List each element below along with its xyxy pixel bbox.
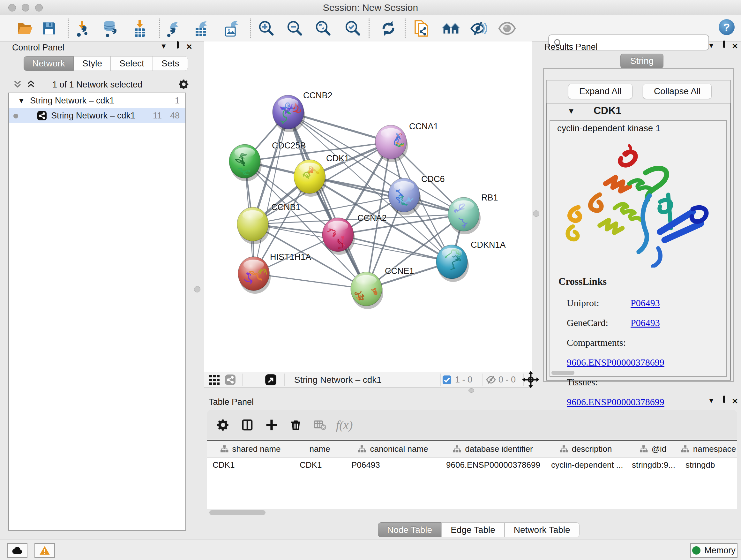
crosslink-row: Compartments:9606.ENSP00000378699 [567, 333, 726, 372]
crosslink-value[interactable]: P06493 [630, 298, 660, 308]
network-edge[interactable] [254, 273, 366, 289]
table-cell[interactable]: 9606.ENSP00000378699 [441, 457, 545, 472]
import-network-icon[interactable] [73, 19, 91, 38]
network-node-CDC6[interactable] [388, 178, 421, 215]
network-node-HIST1H1A[interactable] [238, 257, 271, 294]
panel-collapse-icon[interactable]: ▼ [158, 42, 169, 52]
tab-network-table[interactable]: Network Table [504, 522, 580, 537]
help-icon[interactable]: ? [718, 18, 736, 37]
import-table-icon[interactable] [131, 19, 149, 38]
table-cell[interactable]: cyclin-dependent ... [545, 457, 626, 472]
horizontal-scrollbar-thumb[interactable] [551, 371, 575, 375]
export-network-icon[interactable] [165, 19, 183, 38]
column-header-canonical-name[interactable]: canonical name [346, 441, 441, 457]
network-collection-row[interactable]: ▼ String Network – cdk1 1 [9, 93, 185, 108]
column-header-id[interactable]: @id [626, 441, 680, 457]
network-node-CDKN1A[interactable] [436, 245, 473, 282]
show-columns-icon[interactable] [240, 418, 255, 432]
collapse-all-button[interactable]: Collapse All [643, 84, 712, 99]
warning-status-button[interactable] [35, 543, 55, 558]
vertical-splitter-handle[interactable] [533, 210, 539, 217]
network-node-CCNA2[interactable] [322, 218, 355, 255]
column-header-namespace[interactable]: namespace [680, 441, 737, 457]
delete-table-icon[interactable] [313, 418, 327, 432]
zoom-selected-icon[interactable] [344, 19, 362, 38]
panel-close-icon[interactable]: × [730, 396, 740, 406]
network-edge[interactable] [254, 112, 288, 273]
string-network-graph[interactable]: CCNB2CCNA1CDC25BCDK1CDC6RB1CCNB1CCNA2CDK… [204, 42, 532, 372]
hide-panel-eye-icon[interactable] [469, 19, 488, 38]
zoom-fit-icon[interactable] [314, 19, 333, 38]
tab-string[interactable]: String [620, 54, 664, 68]
pan-move-icon[interactable] [522, 370, 540, 389]
tab-network[interactable]: Network [23, 56, 74, 71]
network-node-CDK1[interactable] [294, 160, 327, 197]
network-node-RB1[interactable] [448, 197, 481, 234]
network-options-gear-icon[interactable] [178, 78, 190, 90]
vertical-splitter-handle[interactable] [194, 286, 200, 293]
collection-expand-icon[interactable]: ▼ [18, 93, 25, 108]
network-node-CDC25B[interactable] [229, 144, 262, 181]
save-session-icon[interactable] [40, 19, 58, 38]
protein-collapse-icon[interactable]: ▼ [567, 107, 575, 116]
function-builder-icon[interactable]: f(x) [337, 418, 352, 432]
network-row[interactable]: String Network – cdk1 11 48 [9, 108, 185, 123]
export-table-icon[interactable] [193, 19, 211, 38]
show-panel-eye-icon[interactable] [498, 19, 516, 38]
crosslink-value[interactable]: P06493 [630, 317, 660, 328]
tab-select[interactable]: Select [111, 56, 153, 71]
crosslink-label: GeneCard: [567, 313, 630, 333]
tab-sets[interactable]: Sets [153, 56, 188, 71]
crosslink-value[interactable]: 9606.ENSP00000378699 [567, 357, 664, 368]
table-cell[interactable]: P06493 [346, 457, 441, 472]
panel-collapse-icon[interactable]: ▼ [706, 396, 717, 406]
panel-close-icon[interactable]: × [730, 42, 740, 51]
column-header-description[interactable]: description [545, 441, 626, 457]
table-options-gear-icon[interactable] [216, 418, 230, 432]
horizontal-scrollbar-thumb[interactable] [209, 510, 266, 515]
table-cell[interactable]: CDK1 [207, 457, 294, 472]
panel-collapse-icon[interactable]: ▼ [706, 42, 717, 51]
export-image-icon[interactable] [223, 19, 241, 38]
cloud-icon [11, 546, 23, 555]
column-header-name[interactable]: name [294, 441, 346, 457]
network-edge[interactable] [288, 112, 366, 289]
network-share-icon[interactable] [225, 374, 236, 385]
expand-all-button[interactable]: Expand All [568, 84, 632, 99]
tab-node-table[interactable]: Node Table [378, 522, 441, 537]
panel-float-icon[interactable] [719, 396, 730, 406]
table-cell[interactable]: stringdb:9... [626, 457, 680, 472]
panel-close-icon[interactable]: × [184, 42, 195, 52]
cloud-status-button[interactable] [7, 543, 27, 558]
table-cell[interactable]: stringdb [680, 457, 737, 472]
grid-view-icon[interactable] [209, 375, 219, 385]
panel-float-icon[interactable] [719, 42, 730, 51]
title-bar: Session: New Session [0, 0, 741, 15]
delete-column-icon[interactable] [288, 418, 303, 432]
tab-style[interactable]: Style [74, 56, 111, 71]
shared-column-icon [681, 445, 689, 453]
birdseye-view-icon[interactable] [265, 374, 277, 386]
refresh-icon[interactable] [379, 19, 398, 38]
horizontal-splitter-handle[interactable] [468, 388, 474, 393]
tab-edge-table[interactable]: Edge Table [441, 522, 504, 537]
column-header-database-identifier[interactable]: database identifier [441, 441, 546, 457]
network-node-CCNB2[interactable] [273, 95, 305, 132]
import-database-icon[interactable] [101, 19, 119, 38]
column-header-shared-name[interactable]: shared name [207, 441, 294, 457]
network-node-CCNA1[interactable] [375, 120, 411, 162]
node-label-CDC25B: CDC25B [272, 141, 306, 150]
panel-float-icon[interactable] [172, 42, 183, 52]
home-icon[interactable] [442, 19, 460, 38]
shared-column-icon [358, 445, 366, 453]
table-cell[interactable]: CDK1 [294, 457, 346, 472]
open-session-icon[interactable] [16, 19, 35, 38]
network-node-CCNE1[interactable] [351, 272, 383, 309]
zoom-in-icon[interactable] [257, 19, 276, 38]
memory-button[interactable]: Memory [690, 543, 738, 558]
selected-checkbox-icon[interactable] [442, 375, 452, 384]
network-canvas[interactable]: CCNB2CCNA1CDC25BCDK1CDC6RB1CCNB1CCNA2CDK… [204, 42, 532, 372]
add-column-icon[interactable] [264, 418, 279, 432]
zoom-out-icon[interactable] [286, 19, 304, 38]
clone-network-icon[interactable] [412, 19, 431, 38]
